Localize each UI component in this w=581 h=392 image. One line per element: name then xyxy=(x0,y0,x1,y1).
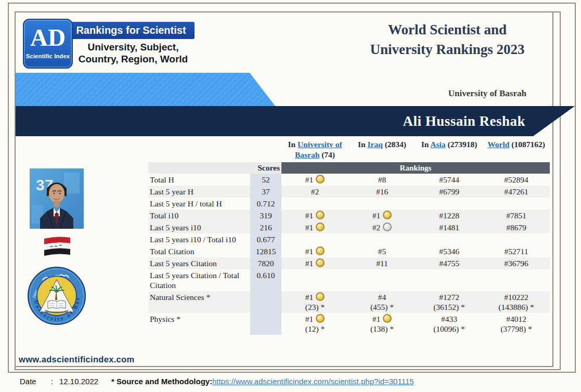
score-value: 7820 xyxy=(250,257,281,269)
rank-value: #2 xyxy=(348,221,416,233)
column-header-suffix: (2834) xyxy=(383,140,406,149)
gold-medal-icon xyxy=(316,175,325,184)
logo-banner: Rankings for Scientist xyxy=(68,22,195,39)
footer-date-row: Date : 12.10.2022 * Source and Methodolo… xyxy=(0,375,581,388)
rank-value: #7851 xyxy=(483,210,550,221)
row-label: Total H xyxy=(148,174,250,186)
table-row: Last 5 year H37#2#16#6799#47261 xyxy=(148,186,550,198)
rank-value: #6799 xyxy=(416,186,483,198)
column-header-4: World (1087162) xyxy=(483,139,550,150)
blue-ribbon xyxy=(16,73,276,107)
rank-value: #1(138) * xyxy=(348,313,416,335)
rank-value: #433(10096) * xyxy=(416,313,483,335)
logo-tagline-line2: Country, Region, World xyxy=(79,54,188,64)
rank-value xyxy=(281,233,348,245)
rank-value: #10222(143886) * xyxy=(483,291,550,313)
gold-medal-icon xyxy=(316,292,325,301)
column-header-link[interactable]: Iraq xyxy=(368,140,383,149)
rank-value: #1272(36152) * xyxy=(416,291,483,313)
rank-value: #52894 xyxy=(483,174,550,186)
row-label: Last 5 year H xyxy=(148,186,250,198)
column-header-prefix: In xyxy=(288,140,298,149)
gold-medal-icon xyxy=(316,246,325,255)
logo-subtitle: Scientific Index xyxy=(24,53,72,59)
rankings-table: In University of Basrah (74)In Iraq (283… xyxy=(148,139,550,335)
column-header-row: In University of Basrah (74)In Iraq (283… xyxy=(148,139,550,161)
table-subheader: Scores Rankings xyxy=(148,162,550,174)
source-methodology-link[interactable]: https://www.adscientificindex.com/scient… xyxy=(212,375,414,388)
rank-value xyxy=(348,198,416,210)
rank-value: #1(23) * xyxy=(281,291,348,313)
column-header-1: In University of Basrah (74) xyxy=(281,139,348,160)
rank-value: #52711 xyxy=(483,245,550,257)
rank-value xyxy=(348,269,416,291)
table-row: Total H52#1#8#5744#52894 xyxy=(148,174,550,186)
table-row: Last 5 years i10 / Total i100.677 xyxy=(148,233,550,245)
website-url[interactable]: www.adscientificindex.com xyxy=(19,355,134,364)
table-row: Last 5 year H / total H0.712 xyxy=(148,198,550,210)
column-header-prefix: In xyxy=(421,140,431,149)
ad-scientific-index-logo[interactable]: AD Scientific Index xyxy=(23,19,73,69)
rank-value xyxy=(416,269,483,291)
page-title-line2: University Rankings 2023 xyxy=(370,42,524,57)
rank-value: #1 xyxy=(348,210,416,221)
rank-value: #1481 xyxy=(416,221,483,233)
rank-value xyxy=(483,269,550,291)
logo-tagline: University, Subject, Country, Region, Wo… xyxy=(70,41,197,65)
rank-value: #1228 xyxy=(416,210,483,221)
rank-value: #1 xyxy=(281,221,348,233)
iraq-flag-icon xyxy=(43,235,71,258)
rank-value xyxy=(483,198,550,210)
rankings-header: Rankings xyxy=(281,162,550,174)
table-row: Total i10319#1#1#1228#7851 xyxy=(148,210,550,221)
rank-value: #5 xyxy=(348,245,416,257)
gold-medal-icon xyxy=(316,223,325,231)
source-methodology-label: * Source and Methodology: xyxy=(111,375,212,388)
score-value xyxy=(250,313,281,335)
score-value: 319 xyxy=(250,210,281,221)
table-row: Physics *#1(12) *#1(138) *#433(10096) *#… xyxy=(148,313,550,335)
row-label: Last 5 years Citation / Total Citation xyxy=(148,269,250,291)
rank-value: #1(12) * xyxy=(281,313,348,335)
rank-value: #16 xyxy=(348,186,416,198)
table-row: Last 5 years Citation7820#1#11#4755#3679… xyxy=(148,257,550,269)
rank-value xyxy=(483,233,550,245)
gold-medal-icon xyxy=(383,211,392,219)
column-header-suffix: (273918) xyxy=(446,140,477,149)
gold-medal-icon xyxy=(383,314,392,323)
gold-medal-icon xyxy=(316,211,325,219)
scores-header: Scores xyxy=(250,162,281,174)
table-row: Natural Sciences *#1(23) *#4(455) *#1272… xyxy=(148,291,550,313)
scientist-banner: Ali Hussain Reshak xyxy=(16,106,575,136)
rank-value xyxy=(281,269,348,291)
date-separator: : xyxy=(51,375,53,388)
rank-subject-count: (143886) * xyxy=(483,302,550,312)
rank-value xyxy=(416,198,483,210)
scientist-photo: 37 xyxy=(30,168,84,229)
score-value: 37 xyxy=(250,186,281,198)
university-seal-icon: 1964 University of Basrah xyxy=(27,266,86,325)
score-value: 0.610 xyxy=(250,269,281,291)
rank-value: #4(455) * xyxy=(348,291,416,313)
table-row: Last 5 years i10216#1#2#1481#8679 xyxy=(148,221,550,233)
score-value xyxy=(250,291,281,313)
row-label: Last 5 years i10 xyxy=(148,221,250,233)
subheader-spacer xyxy=(148,162,250,174)
column-header-link[interactable]: Asia xyxy=(430,140,445,149)
rank-value: #4755 xyxy=(416,257,483,269)
rank-value: #5346 xyxy=(416,245,483,257)
rank-value: #1 xyxy=(281,210,348,221)
rank-subject-count: (37798) * xyxy=(483,324,550,334)
column-header-link[interactable]: World xyxy=(487,140,509,149)
rank-value: #1 xyxy=(281,174,348,186)
rank-subject-count: (12) * xyxy=(281,324,348,334)
date-label: Date xyxy=(20,375,36,388)
rank-value: #4012(37798) * xyxy=(483,313,550,335)
score-value: 0.677 xyxy=(250,233,281,245)
table-body: Total H52#1#8#5744#52894Last 5 year H37#… xyxy=(148,174,550,335)
rank-subject-count: (36152) * xyxy=(416,302,483,312)
rank-value: #36796 xyxy=(483,257,550,269)
rank-value: #2 xyxy=(281,186,348,198)
table-row: Last 5 years Citation / Total Citation0.… xyxy=(148,269,550,291)
rank-value xyxy=(348,233,416,245)
